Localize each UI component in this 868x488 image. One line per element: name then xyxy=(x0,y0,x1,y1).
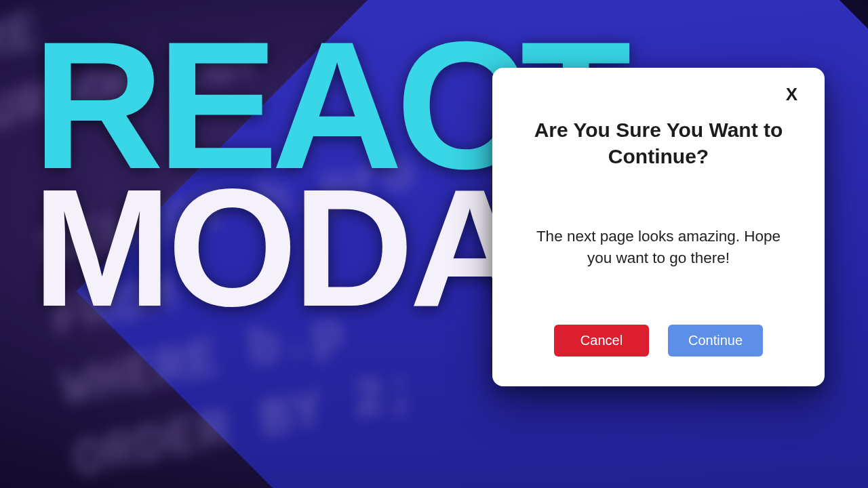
modal-actions: Cancel Continue xyxy=(517,325,800,357)
modal-body: The next page looks amazing. Hope you wa… xyxy=(517,169,800,325)
modal-title: Are You Sure You Want to Continue? xyxy=(517,117,800,169)
close-button[interactable]: X xyxy=(783,84,800,104)
modal-body-text: The next page looks amazing. Hope you wa… xyxy=(524,226,793,268)
continue-button[interactable]: Continue xyxy=(668,325,763,357)
confirm-modal: X Are You Sure You Want to Continue? The… xyxy=(492,68,825,386)
cancel-button[interactable]: Cancel xyxy=(554,325,649,357)
